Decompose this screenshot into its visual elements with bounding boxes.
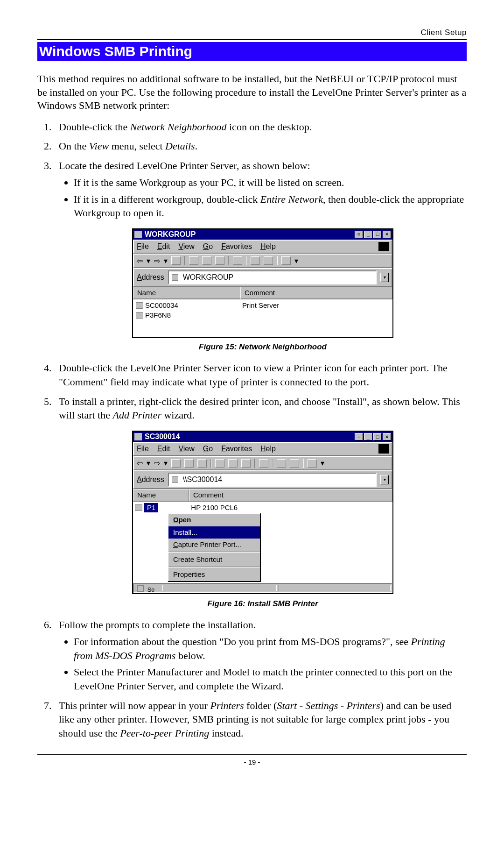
list-item[interactable]: P1 HP 2100 PCL6 (135, 503, 391, 512)
menu-help[interactable]: Help (260, 241, 276, 252)
item-comment: HP 2100 PCL6 (191, 503, 238, 512)
menu-file[interactable]: File (137, 444, 149, 454)
item-name: SC000034 (145, 301, 242, 310)
text: . (195, 140, 198, 152)
column-name[interactable]: Name (133, 489, 189, 501)
ctx-capture[interactable]: Capture Printer Port... (168, 539, 260, 551)
menu-go[interactable]: Go (203, 444, 213, 454)
menu-go[interactable]: Go (203, 241, 213, 252)
app-icon (134, 231, 142, 238)
printer-icon (135, 504, 142, 511)
undo-icon[interactable] (259, 459, 268, 468)
computer-icon (172, 476, 178, 483)
minimize-button[interactable]: _ (364, 433, 372, 440)
close-button[interactable]: × (383, 433, 391, 440)
ctx-separator (168, 552, 260, 553)
step-6-bullet-1: For information about the question "Do y… (74, 635, 467, 662)
menu-file[interactable]: File (137, 241, 149, 252)
address-field[interactable]: \\SC300014 (168, 473, 377, 487)
ctx-install[interactable]: Install... (168, 526, 260, 539)
dropdown-icon[interactable]: ▾ (147, 458, 150, 468)
paste-icon[interactable] (215, 256, 224, 265)
back-icon[interactable]: ⇦ (137, 256, 143, 266)
forward-icon[interactable]: ⇨ (154, 458, 160, 468)
undo-icon[interactable] (233, 256, 242, 265)
list-body: P1 HP 2100 PCL6 Open Install... Capture … (133, 501, 392, 583)
resize-grip[interactable] (279, 585, 391, 591)
dropdown-icon[interactable]: ▾ (147, 256, 150, 266)
properties-icon[interactable] (290, 459, 299, 468)
window-title: WORKGROUP (145, 229, 196, 240)
step-3-bullet-1: If it is the same Workgroup as your PC, … (74, 176, 467, 190)
dropdown-icon[interactable]: ▾ (164, 256, 168, 266)
copy-icon[interactable] (228, 459, 238, 468)
bottom-rule (37, 754, 467, 755)
address-dropdown-button[interactable]: ▾ (380, 475, 389, 484)
column-comment[interactable]: Comment (240, 287, 392, 299)
dropdown-icon[interactable]: ▾ (321, 458, 324, 468)
maximize-button[interactable]: □ (373, 433, 382, 440)
separator (210, 459, 211, 468)
figure-16-caption: Figure 16: Install SMB Printer (59, 599, 467, 610)
close-button[interactable]: × (383, 231, 391, 238)
step-2: On the View menu, select Details. (54, 139, 467, 153)
menu-view[interactable]: View (178, 444, 194, 454)
cut-icon[interactable] (189, 256, 198, 265)
separator (184, 256, 185, 265)
copy-icon[interactable] (202, 256, 211, 265)
item-name-selected: P1 (144, 503, 158, 512)
views-icon[interactable] (281, 256, 291, 265)
cut-icon[interactable] (215, 459, 224, 468)
properties-icon[interactable] (264, 256, 273, 265)
address-bar: Address \\SC300014 ▾ (133, 470, 392, 489)
address-field[interactable]: WORKGROUP (168, 270, 377, 284)
column-name[interactable]: Name (133, 287, 240, 299)
status-text: Se (147, 586, 155, 593)
minimize-button[interactable]: _ (364, 231, 372, 238)
dock-button[interactable]: ≡ (355, 433, 363, 440)
separator (254, 459, 255, 468)
list-item[interactable]: SC000034 Print Server (136, 301, 390, 310)
step-6: Follow the prompts to complete the insta… (54, 618, 467, 693)
dropdown-icon[interactable]: ▾ (294, 256, 298, 266)
menu-edit[interactable]: Edit (157, 241, 170, 252)
back-icon[interactable]: ⇦ (137, 458, 143, 468)
emphasis: Peer-to-peer Printing (120, 727, 209, 739)
menu-help[interactable]: Help (260, 444, 276, 454)
disconnect-drive-icon[interactable] (197, 459, 207, 468)
step-1: Double-click the Network Neighborhood ic… (54, 120, 467, 134)
address-dropdown-button[interactable]: ▾ (380, 273, 389, 282)
forward-icon[interactable]: ⇨ (154, 256, 160, 266)
dock-button[interactable]: ≡ (355, 231, 363, 238)
ctx-open[interactable]: Open (168, 514, 260, 526)
delete-icon[interactable] (277, 459, 286, 468)
separator (277, 256, 278, 265)
dropdown-icon[interactable]: ▾ (164, 458, 168, 468)
menu-view[interactable]: View (178, 241, 194, 252)
menu-favorites[interactable]: Favorites (221, 444, 252, 454)
emphasis: Network Neighborhood (130, 121, 227, 133)
list-body: SC000034 Print Server P3F6N8 (133, 299, 392, 338)
ctx-shortcut[interactable]: Create Shortcut (168, 553, 260, 566)
toolbar: ⇦ ▾ ⇨ ▾ (133, 456, 392, 471)
map-drive-icon[interactable] (184, 459, 194, 468)
text: instead. (209, 727, 243, 739)
window-title: SC300014 (145, 432, 180, 442)
window-titlebar[interactable]: WORKGROUP ≡ _ □ × (133, 229, 392, 240)
up-folder-icon[interactable] (171, 459, 181, 468)
windows-logo-icon (378, 444, 389, 454)
menu-favorites[interactable]: Favorites (221, 241, 252, 252)
figure-15-caption: Figure 15: Network Neighborhood (59, 342, 467, 353)
window-titlebar[interactable]: SC300014 ≡ _ □ × (133, 432, 392, 442)
menu-edit[interactable]: Edit (157, 444, 170, 454)
list-item[interactable]: P3F6N8 (136, 311, 390, 320)
views-icon[interactable] (308, 459, 317, 468)
delete-icon[interactable] (251, 256, 260, 265)
paste-icon[interactable] (241, 459, 251, 468)
maximize-button[interactable]: □ (373, 231, 382, 238)
ctx-properties[interactable]: Properties (168, 568, 260, 581)
step-6-bullet-2: Select the Printer Manufacturer and Mode… (74, 665, 467, 693)
column-comment[interactable]: Comment (189, 489, 392, 501)
up-folder-icon[interactable] (171, 256, 181, 265)
text: folder ( (244, 700, 277, 711)
